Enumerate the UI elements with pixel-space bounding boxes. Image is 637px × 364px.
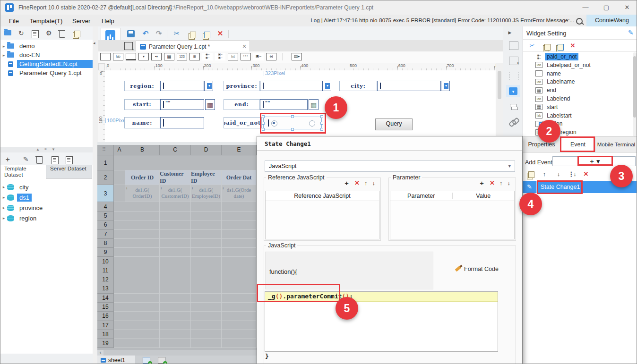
move-down-icon[interactable] — [554, 170, 563, 178]
cell[interactable] — [160, 321, 191, 330]
cell[interactable] — [114, 266, 125, 275]
cell[interactable] — [160, 220, 191, 229]
delete-trash-icon[interactable] — [59, 30, 67, 38]
checkboxgroup-widget-icon[interactable] — [215, 53, 225, 60]
textfield-widget-icon[interactable] — [100, 53, 111, 60]
cell[interactable] — [222, 284, 257, 293]
label-widget-icon[interactable] — [113, 53, 123, 60]
cell[interactable] — [222, 275, 257, 284]
cell[interactable] — [114, 155, 125, 170]
cell[interactable] — [191, 202, 222, 212]
cell[interactable] — [191, 312, 222, 321]
cell[interactable] — [160, 257, 191, 266]
file-tree-item[interactable]: GettingStartedEN.cpt — [0, 59, 93, 68]
cell[interactable] — [114, 202, 125, 212]
cell-attribute-icon[interactable] — [509, 42, 518, 50]
delete-event-icon[interactable] — [582, 170, 590, 178]
region-input[interactable] — [160, 81, 204, 91]
new-template-icon[interactable] — [124, 42, 133, 50]
cell[interactable] — [114, 185, 125, 202]
cell[interactable] — [160, 339, 191, 348]
dataset-item[interactable]: ds1 — [0, 192, 93, 203]
dialog-title-bar[interactable]: State Change1 — [257, 136, 522, 151]
edit-pencil-icon[interactable] — [628, 29, 634, 36]
cut-icon[interactable] — [172, 29, 182, 38]
widget-tree-item[interactable]: end — [524, 86, 632, 94]
delete-icon[interactable] — [215, 29, 225, 38]
cell[interactable] — [125, 257, 160, 266]
add-icon[interactable]: ＋ — [341, 179, 352, 186]
file-tree-item[interactable]: demo — [0, 42, 93, 51]
expand-arrow-icon[interactable] — [0, 185, 7, 189]
row-header-1[interactable]: 1 — [97, 155, 114, 170]
format-code-button[interactable]: Format Code — [455, 266, 499, 272]
cell[interactable] — [114, 303, 125, 312]
cell[interactable] — [160, 303, 191, 312]
row-header-15[interactable]: 15 — [97, 303, 114, 312]
combobox-widget-icon[interactable] — [138, 53, 149, 60]
cell[interactable] — [222, 220, 257, 229]
down-icon[interactable]: ↓ — [370, 179, 378, 186]
cell[interactable] — [114, 330, 125, 339]
query-button[interactable]: Query — [375, 119, 413, 130]
cell[interactable] — [125, 330, 160, 339]
row-header-7[interactable]: 7 — [97, 230, 114, 239]
widget-settings-icon[interactable] — [509, 87, 517, 95]
cell[interactable] — [191, 230, 222, 239]
expand-arrow-icon[interactable] — [0, 205, 7, 210]
menu-server[interactable]: Server — [69, 17, 93, 25]
refresh-icon[interactable]: ↻ — [18, 29, 26, 37]
start-calendar-button[interactable] — [205, 99, 215, 110]
column-header-E[interactable]: E — [222, 145, 257, 155]
header-cell[interactable]: Order ID — [125, 170, 160, 185]
cell[interactable] — [222, 321, 257, 330]
row-header-3[interactable]: 3 — [97, 185, 114, 202]
header-cell[interactable]: Order Dat — [222, 170, 257, 185]
cell[interactable] — [160, 330, 191, 339]
cell[interactable] — [222, 312, 257, 321]
user-account-button[interactable]: ConnieWang — [586, 15, 637, 26]
cell[interactable] — [191, 303, 222, 312]
region-dropdown-button[interactable] — [204, 81, 213, 91]
city-input[interactable] — [377, 81, 441, 91]
tab-template-dataset[interactable]: Template Dataset — [0, 165, 46, 179]
add-sheet-icon[interactable] — [143, 357, 150, 364]
canvas-scrollbar[interactable] — [496, 63, 503, 142]
cell[interactable] — [191, 257, 222, 266]
cell[interactable] — [125, 266, 160, 275]
cell[interactable] — [125, 239, 160, 248]
cell[interactable] — [125, 275, 160, 284]
widget-tree-item[interactable]: Labelpaid_or_not — [524, 61, 632, 69]
tab-server-dataset[interactable]: Server Dataset — [46, 165, 92, 179]
combocheck-widget-icon[interactable] — [151, 53, 162, 60]
search-icon[interactable] — [576, 18, 583, 25]
cell[interactable] — [160, 294, 191, 303]
cell[interactable] — [114, 284, 125, 293]
cell[interactable] — [191, 220, 222, 229]
tab-mobile-terminal[interactable]: Mobile Terminal — [595, 137, 637, 152]
add-dataset-icon[interactable]: ＋▾ — [4, 155, 12, 163]
undo-icon[interactable] — [140, 29, 151, 38]
cell[interactable] — [125, 339, 160, 348]
cell[interactable] — [114, 275, 125, 284]
cell[interactable] — [191, 275, 222, 284]
row-header-13[interactable]: 13 — [97, 284, 114, 293]
delete-widget-icon[interactable] — [568, 42, 577, 50]
row-header-12[interactable]: 12 — [97, 275, 114, 284]
cell[interactable] — [114, 312, 125, 321]
cell[interactable] — [191, 266, 222, 275]
parameter-table-body[interactable] — [390, 201, 515, 239]
up-icon[interactable]: ↑ — [497, 179, 505, 186]
row-header-17[interactable]: 17 — [97, 321, 114, 330]
remove-icon[interactable]: ✕ — [487, 179, 497, 186]
reference-table-body[interactable] — [265, 201, 379, 239]
name-input[interactable] — [160, 117, 204, 128]
cell[interactable] — [114, 248, 125, 257]
cell[interactable] — [125, 248, 160, 257]
cell[interactable] — [191, 284, 222, 293]
province-dropdown-button[interactable] — [322, 81, 331, 91]
row-header-4[interactable]: 4 — [97, 202, 114, 212]
settings-gear-icon[interactable]: ⚙ — [46, 29, 54, 37]
expand-arrow-icon[interactable] — [0, 216, 7, 220]
cell[interactable] — [160, 202, 191, 212]
